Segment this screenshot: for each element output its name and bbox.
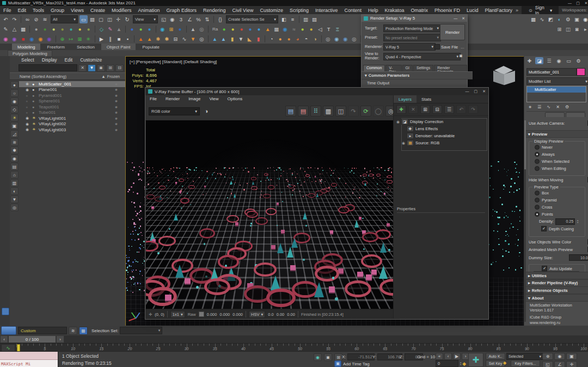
menu-group[interactable]: Group <box>47 6 68 14</box>
plugin-round-icon[interactable]: ◉ <box>45 35 53 43</box>
plugin-sphere-icon[interactable]: ● <box>220 25 228 33</box>
select-and-scale-icon[interactable]: ◱ <box>160 15 168 23</box>
menu-graph-editors[interactable]: Graph Editors <box>163 6 200 14</box>
x-coordinate-field[interactable]: -71.512 <box>347 353 375 360</box>
prism-icon[interactable]: ▲ <box>211 35 219 43</box>
configure-modifier-sets-icon[interactable]: ⚙ <box>564 104 571 110</box>
plugin-sphere-icon[interactable]: ● <box>237 25 246 33</box>
display-preview-option-always[interactable]: Always <box>529 151 585 158</box>
display-preview-option-never[interactable]: Never <box>529 144 585 151</box>
visibility-eye-icon[interactable]: ◉ <box>26 82 30 86</box>
play-icon[interactable]: ▶ <box>453 353 461 360</box>
menu-krakatoa[interactable]: Krakatoa <box>382 6 408 14</box>
visibility-eye-icon[interactable]: ● <box>26 105 30 109</box>
menu-edit[interactable]: Edit <box>15 6 30 14</box>
display-containers-icon[interactable]: ▤ <box>10 163 19 170</box>
preview-type-option-box[interactable]: Box <box>529 189 585 197</box>
explorer-row[interactable]: ◉☀VRayLight003✱ <box>19 127 125 133</box>
rollout-preview[interactable]: ▾ Preview <box>525 130 588 138</box>
plugin-ring-icon[interactable]: ◎ <box>350 35 358 43</box>
add-time-tag[interactable]: ▣ Add Time Tag <box>334 360 370 367</box>
save-image-icon[interactable]: ▤ <box>285 106 296 117</box>
radio-icon[interactable] <box>535 166 540 171</box>
eye-icon[interactable]: ◉ <box>400 141 407 145</box>
window-crossing-icon[interactable]: ◫ <box>106 15 114 23</box>
sign-in-button[interactable]: ☺ Sign In ▾ <box>522 6 559 14</box>
tab-stats[interactable]: Stats <box>416 95 436 103</box>
list-tool-icon[interactable]: Ξ <box>333 25 341 33</box>
grid-snap-icon[interactable]: ▦ <box>19 25 27 33</box>
globe-icon[interactable]: ◉ <box>281 25 289 33</box>
rollout-about[interactable]: ▾ About <box>525 294 588 302</box>
plugin-sphere-icon[interactable]: ● <box>50 25 58 33</box>
radio-icon[interactable] <box>535 205 540 210</box>
key-set-dropdown[interactable]: Selected▾ <box>506 353 543 360</box>
explorer-row[interactable]: ◉●MultiScatter_001✱ <box>19 81 125 87</box>
menu-lucid[interactable]: Lucid <box>463 6 482 14</box>
display-preview-option-when-selected[interactable]: When Selected <box>529 158 585 165</box>
menu-create[interactable]: Create <box>87 6 108 14</box>
mound-icon[interactable]: ◣ <box>246 35 254 43</box>
radio-icon[interactable] <box>535 152 540 157</box>
plugin-round-icon[interactable]: ◉ <box>28 35 36 43</box>
plugin-round-icon[interactable]: ◉ <box>10 35 19 43</box>
plugin-grid-icon[interactable]: ⊞ <box>555 25 564 33</box>
track-bar[interactable]: ∿ 51015202530354045505560657075808590951… <box>0 343 588 352</box>
alert-icon[interactable]: ▮ <box>254 35 262 43</box>
zoom-extents-icon[interactable]: ▣ <box>566 353 577 360</box>
record-icon[interactable]: ▪ <box>124 35 132 43</box>
menu-help[interactable]: Help <box>365 6 382 14</box>
plugin-plus-icon[interactable]: ⊕ <box>58 35 66 43</box>
minimize-button[interactable]: — <box>566 1 574 5</box>
percent-snap-icon[interactable]: % <box>194 15 203 23</box>
funnel-icon[interactable]: ▼ <box>237 35 245 43</box>
rendered-image[interactable] <box>146 120 393 309</box>
isolate-toggle-button[interactable] <box>2 308 9 315</box>
droplet-icon[interactable]: ▼ <box>189 35 197 43</box>
layer-tree-row[interactable]: ✚Lens Effects <box>395 125 486 132</box>
vfb-menu-image[interactable]: Image <box>184 96 205 101</box>
select-and-place-icon[interactable]: ◉ <box>168 15 176 23</box>
plugin-sphere-icon[interactable]: ● <box>137 25 145 33</box>
save-layers-icon[interactable]: ⊞ <box>420 105 430 114</box>
explorer-row[interactable]: ●●Tube001✱ <box>19 110 125 116</box>
rendered-frame-window-icon[interactable]: ▣ <box>573 15 581 23</box>
track-mouse-icon[interactable]: ◯ <box>373 106 384 117</box>
selection-set-dropdown[interactable]: ▾ <box>120 327 162 334</box>
maximize-button[interactable]: ▢ <box>474 89 478 94</box>
select-object-icon[interactable]: ▭ <box>79 15 88 23</box>
menu-scripting[interactable]: Scripting <box>286 6 312 14</box>
menu-tools[interactable]: Tools <box>29 6 47 14</box>
glass-icon[interactable]: ▮ <box>228 35 236 43</box>
phoenix-flame-icon[interactable]: ▲ <box>137 35 145 43</box>
explorer-menu-customize[interactable]: Customize <box>76 57 106 63</box>
tab-freeform[interactable]: Freeform <box>41 44 70 50</box>
motion-tab-icon[interactable]: ◉ <box>555 57 563 64</box>
plugin-sphere-icon[interactable]: ● <box>285 35 293 43</box>
plugin-sphere-icon[interactable]: ● <box>128 25 136 33</box>
display-preview-option-when-editing[interactable]: When Editing <box>529 165 585 172</box>
viewport-label[interactable]: [+] [Perspective] [Standard] [Default Sh… <box>130 59 217 64</box>
plugin-pie-icon[interactable]: ◕ <box>293 35 302 43</box>
close-button[interactable]: ✕ <box>482 89 486 94</box>
select-and-link-icon[interactable]: ∞ <box>23 15 32 23</box>
vfb-title-bar[interactable]: V-Ray Frame Buffer - [100.0% of 800 x 60… <box>145 88 488 95</box>
display-particles-icon[interactable]: ✱ <box>10 146 19 154</box>
frozen-toggle-icon[interactable]: ✱ <box>115 122 125 126</box>
spinner-snap-icon[interactable]: ⇅ <box>203 15 211 23</box>
select-and-rotate-icon[interactable]: ↻ <box>123 15 131 23</box>
frozen-toggle-icon[interactable]: ✱ <box>115 82 125 86</box>
color-corrections-icon[interactable]: ▥ <box>323 106 334 117</box>
eye-icon[interactable]: ◉ <box>395 120 401 124</box>
layers-list-icon[interactable]: ☰ <box>444 105 454 114</box>
toggle-scene-explorer-icon[interactable]: ▥ <box>302 15 310 23</box>
display-cameras-icon[interactable]: ▣ <box>10 122 19 130</box>
selection-filter-dropdown[interactable]: All▾ <box>51 15 78 23</box>
hierarchy-tab-icon[interactable]: ☰ <box>545 57 553 64</box>
radio-icon[interactable] <box>535 198 540 203</box>
spinner-arrows-icon[interactable]: ▴▾ <box>577 219 578 224</box>
schematic-view-icon[interactable]: ◩ <box>547 15 555 23</box>
add-layer-icon[interactable]: ✚ <box>396 105 406 114</box>
display-geometry-icon[interactable]: ◉ <box>10 97 19 105</box>
create-tab-icon[interactable]: ✚ <box>525 57 534 64</box>
